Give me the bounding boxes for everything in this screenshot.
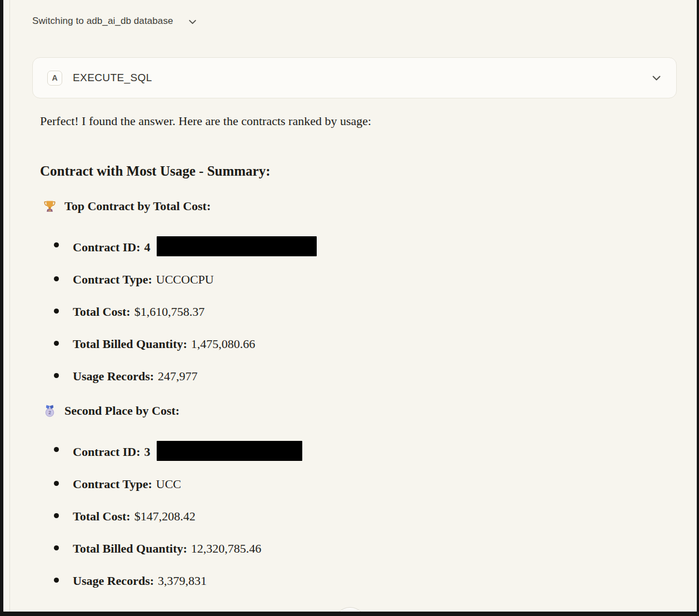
list-item: Total Cost:$147,208.42: [40, 507, 677, 525]
trophy-emoji: [42, 198, 57, 215]
list-item: Contract ID:4: [40, 236, 677, 256]
top-contract-list: Contract ID:4 Contract Type:UCCOCPU Tota…: [40, 236, 677, 385]
list-item: Usage Records:3,379,831: [40, 572, 677, 590]
item-label: Contract ID:: [73, 240, 141, 254]
item-label: Total Cost:: [73, 305, 131, 319]
list-item: Contract Type:UCC: [40, 475, 677, 493]
item-label: Usage Records:: [73, 369, 154, 383]
redacted-value: [157, 441, 302, 461]
item-value: UCC: [156, 477, 181, 491]
list-item: Total Cost:$1,610,758.37: [40, 302, 677, 321]
item-label: Total Cost:: [73, 509, 131, 523]
item-value: 4: [144, 240, 151, 254]
execute-sql-tool-card[interactable]: A EXECUTE_SQL: [32, 57, 677, 98]
list-item: Total Billed Quantity:1,475,080.66: [40, 335, 677, 353]
item-value: $1,610,758.37: [134, 305, 205, 319]
item-value: $147,208.42: [134, 509, 196, 523]
section-title-second-place: 2 Second Place by Cost:: [40, 403, 677, 419]
item-label: Total Billed Quantity:: [73, 337, 187, 351]
item-value: 3: [144, 445, 151, 459]
left-gutter-divider: [9, 0, 10, 612]
list-item: Contract ID:3: [40, 441, 677, 461]
item-value: 12,320,785.46: [191, 542, 262, 555]
tool-card-title: EXECUTE_SQL: [73, 72, 152, 84]
item-label: Usage Records:: [73, 574, 154, 588]
chevron-down-icon[interactable]: [651, 73, 662, 83]
item-label: Contract Type:: [73, 477, 152, 491]
redacted-value: [157, 236, 317, 256]
item-value: UCCOCPU: [156, 272, 214, 286]
scroll-to-bottom-button[interactable]: [334, 607, 366, 612]
item-label: Contract Type:: [73, 272, 152, 286]
item-value: 247,977: [158, 369, 198, 383]
section-title-text: Top Contract by Total Cost:: [64, 199, 211, 213]
summary-heading: Contract with Most Usage - Summary:: [40, 162, 677, 181]
list-item: Contract Type:UCCOCPU: [40, 270, 677, 289]
item-value: 3,379,831: [158, 574, 207, 588]
item-label: Total Billed Quantity:: [73, 542, 187, 555]
database-switch-step[interactable]: Switching to adb_ai_db database: [32, 16, 677, 27]
database-switch-label: Switching to adb_ai_db database: [32, 16, 173, 27]
second-place-list: Contract ID:3 Contract Type:UCC Total Co…: [40, 441, 677, 590]
assistant-message: Perfect! I found the answer. Here are th…: [32, 113, 677, 590]
tool-badge-icon: A: [47, 71, 62, 86]
list-item: Total Billed Quantity:12,320,785.46: [40, 539, 677, 558]
section-title-text: Second Place by Cost:: [64, 404, 179, 418]
item-label: Contract ID:: [73, 445, 141, 459]
app-window: Switching to adb_ai_db database A EXECUT…: [0, 0, 699, 616]
message-intro: Perfect! I found the answer. Here are th…: [40, 113, 677, 130]
item-value: 1,475,080.66: [191, 337, 256, 351]
chevron-down-icon[interactable]: [188, 17, 197, 27]
section-title-top-contract: Top Contract by Total Cost:: [40, 198, 677, 215]
chat-content-area: Switching to adb_ai_db database A EXECUT…: [3, 0, 697, 612]
second-place-medal-emoji: 2: [42, 403, 57, 419]
chat-column: Switching to adb_ai_db database A EXECUT…: [32, 0, 677, 590]
svg-text:2: 2: [48, 410, 51, 415]
list-item: Usage Records:247,977: [40, 367, 677, 385]
